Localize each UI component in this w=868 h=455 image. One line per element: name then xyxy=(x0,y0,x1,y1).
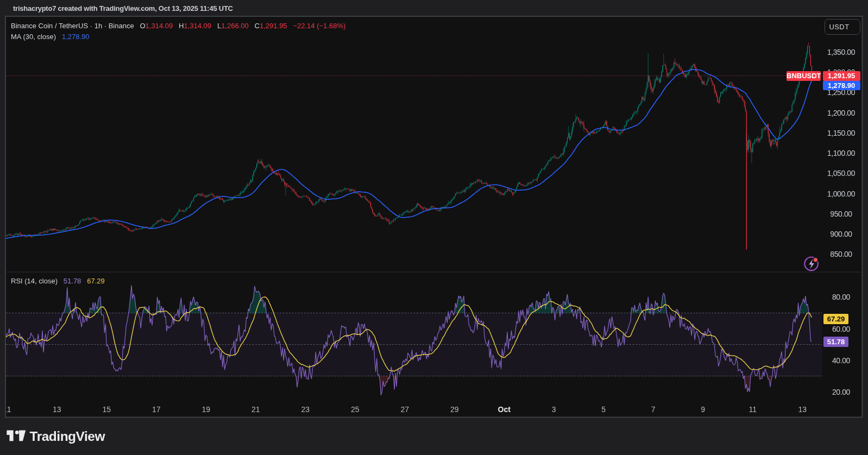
svg-text:TradingView: TradingView xyxy=(30,430,106,444)
